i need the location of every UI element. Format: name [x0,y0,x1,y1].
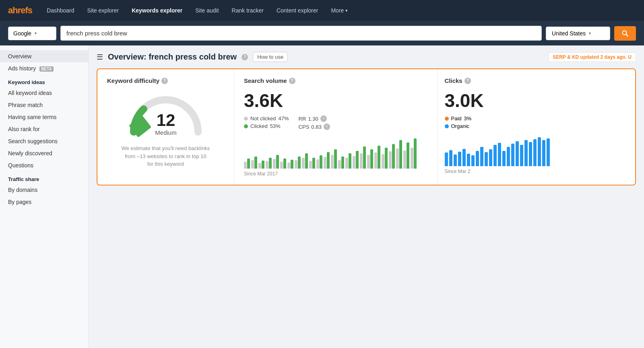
update-text: SERP & KD updated 2 days ago. [553,54,627,60]
sv-bar-bg [396,148,399,169]
update-link[interactable]: U [628,54,632,60]
clicks-card: Clicks ? 3.0K Paid 3% Organic Si [438,69,636,185]
sv-bar-fg [385,148,388,169]
sv-bar-fg [399,140,402,169]
sidebar-item-search-suggestions[interactable]: Search suggestions [0,135,88,147]
sv-bar-chart: Since Mar 2017 [244,136,427,177]
sidebar-item-by-domains[interactable]: By domains [0,184,88,196]
paid-label: Paid [451,115,462,121]
nav-rank-tracker[interactable]: Rank tracker [227,5,268,16]
sv-info-icon[interactable]: ? [289,78,295,84]
sv-bar-fg [305,153,308,169]
nav-site-explorer[interactable]: Site explorer [83,5,124,16]
sv-bar-group [324,152,330,169]
clicks-bar [462,149,466,166]
clicks-bar [449,150,452,166]
sidebar-item-questions[interactable]: Questions [0,159,88,171]
rr-label: RR [299,116,306,122]
sidebar-item-overview[interactable]: Overview [0,50,88,62]
nav-content-explorer[interactable]: Content explorer [272,5,323,16]
sv-bar-fg [392,144,395,169]
sidebar-item-also-rank-for[interactable]: Also rank for [0,123,88,135]
rr-info-icon[interactable]: ? [320,115,327,122]
sv-bar-group [287,160,293,169]
clicks-bar-chart [445,134,628,166]
clicks-bar [524,140,528,166]
page-title: Overview: french press cold brew [108,52,237,62]
not-clicked-label: Not clicked [250,115,276,121]
clicks-bar [471,155,475,166]
nav-keywords-explorer[interactable]: Keywords explorer [127,5,187,16]
clicks-legend: Paid 3% Organic [445,115,628,129]
sv-bar-bg [244,162,247,169]
kd-info-icon[interactable]: ? [161,78,168,84]
sv-bar-group [295,156,301,169]
sv-bar-bg [302,158,305,169]
kd-card-title: Keyword difficulty ? [107,77,224,84]
sv-bar-bg [403,150,406,169]
sidebar-item-by-pages[interactable]: By pages [0,196,88,208]
nav-dashboard[interactable]: Dashboard [42,5,79,16]
country-select[interactable]: United States ▾ [546,27,610,40]
sidebar-item-all-keyword-ideas[interactable]: All keyword ideas [0,87,88,99]
page-info-icon[interactable]: ? [242,54,248,60]
sidebar-item-having-same-terms[interactable]: Having same terms [0,111,88,123]
sv-bar-group [374,146,380,169]
sidebar-item-newly-discovered[interactable]: Newly discovered [0,147,88,159]
engine-chevron-icon: ▾ [35,31,37,35]
sv-bar-group [353,151,359,169]
svg-line-1 [626,34,628,36]
sv-stats: Not clicked 47% Clicked 53% RR 1.30 [244,115,427,130]
nav-more[interactable]: More ▾ [326,5,353,16]
kd-gauge: 12 Medium [107,90,224,138]
nav-site-audit[interactable]: Site audit [190,5,223,16]
engine-select[interactable]: Google ▾ [8,27,56,40]
country-chevron-icon: ▾ [589,31,591,35]
menu-icon[interactable]: ☰ [97,53,103,62]
sv-bar-fg [247,159,250,169]
sv-bar-bg [280,162,283,169]
sv-bar-bg [382,154,384,169]
clicks-info-icon[interactable]: ? [464,78,471,84]
how-to-use-button[interactable]: How to use [253,52,288,62]
kd-label-svg: Medium [155,129,176,136]
sv-bar-bg [258,163,261,169]
cps-info-icon[interactable]: ? [324,124,330,130]
rr-value: 1.30 [308,116,318,122]
sv-bar-fg [262,161,264,169]
clicks-since-label: Since Mar 2 [445,169,628,174]
paid-dot [445,117,449,121]
sv-bar-fg [298,156,301,169]
sidebar-item-ads-history[interactable]: Ads history BETA [0,62,88,74]
sidebar-item-phrase-match[interactable]: Phrase match [0,99,88,111]
clicks-bar [511,144,514,166]
sv-number: 3.6K [244,90,427,111]
rr-cps-stats: RR 1.30 ? CPS 0.83 ? [299,115,330,130]
clicks-number: 3.0K [445,90,628,111]
not-clicked-dot [244,117,248,121]
clicked-dot [244,124,248,128]
sv-bar-fg [341,156,344,169]
clicked-label: Clicked [250,123,268,129]
sv-bar-fg [276,155,279,169]
cards-row: Keyword difficulty ? 12 Medium [97,68,636,185]
top-nav: ahrefs Dashboard Site explorer Keywords … [0,0,644,21]
sv-bar-bg [360,153,363,169]
kd-description: We estimate that you'll need backlinksfr… [107,144,224,168]
sv-bar-fg [414,138,417,169]
search-input[interactable] [60,26,542,41]
search-bar: Google ▾ United States ▾ [0,21,644,45]
sv-bar-fg [269,158,272,169]
sv-bar-group [244,159,250,169]
sv-bar-group [251,156,257,169]
sv-bar-fg [283,159,286,169]
clicked-pct: 53% [270,123,281,129]
logo[interactable]: ahrefs [8,5,32,16]
main-content: ☰ Overview: french press cold brew ? How… [89,45,644,348]
search-button[interactable] [614,26,636,41]
clicks-bar [445,152,448,166]
sv-bar-bg [287,163,290,169]
sv-bar-fg [378,146,380,169]
sv-bar-group [411,138,417,169]
update-badge: SERP & KD updated 2 days ago. U [548,52,636,62]
